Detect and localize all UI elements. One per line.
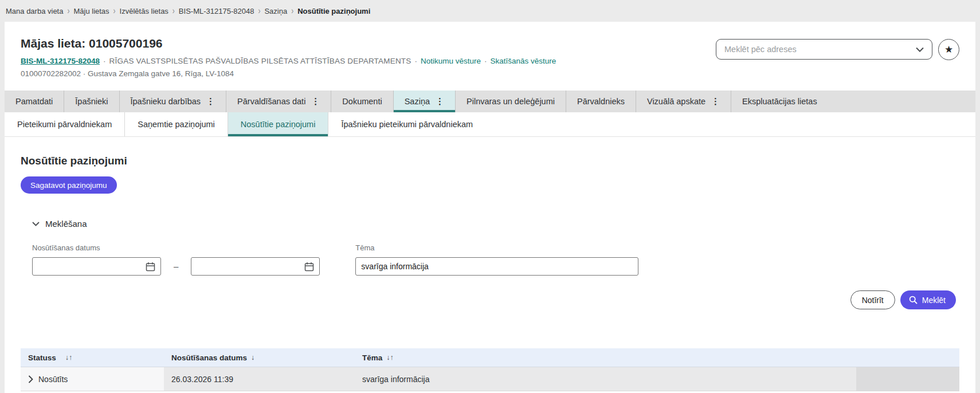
theme-field[interactable] <box>355 257 638 276</box>
date-range-group: Nosūtīšanas datums – <box>32 243 320 276</box>
theme-cell: svarīga informācija <box>355 367 856 391</box>
column-header[interactable]: Statuss↓↑ <box>21 353 164 362</box>
main-tab-bar: PamatdatiĪpašniekiĪpašnieku darbības⋮Pār… <box>5 91 975 112</box>
tab-label: Saziņa <box>405 97 430 106</box>
search-actions: Notīrīt Meklēt <box>21 290 959 309</box>
breadcrumb-item[interactable]: Izvēlētās lietas <box>120 7 168 15</box>
date-to-input[interactable] <box>197 262 294 271</box>
date-to-field[interactable] <box>191 257 320 276</box>
cadastre-address-line: 01000702282002 · Gustava Zemgala gatve 1… <box>21 69 556 78</box>
tab-label: Īpašnieki <box>75 97 108 106</box>
tab--pa-nieki[interactable]: Īpašnieki <box>64 91 119 112</box>
subtab-sa-emtie-pazi-ojumi[interactable]: Saņemtie paziņojumi <box>124 112 228 136</box>
search-button-label: Meklēt <box>922 296 946 305</box>
tab-label: Pārvaldīšanas dati <box>237 97 305 106</box>
meta-separator: · <box>484 57 487 65</box>
header-left: Mājas lieta: 01005700196 BIS-ML-312175-8… <box>21 37 556 78</box>
kebab-menu-icon[interactable]: ⋮ <box>711 96 720 107</box>
page-header: Mājas lieta: 01005700196 BIS-ML-312175-8… <box>5 22 975 78</box>
subtab--pa-nieku-pieteikumi-p-rvaldniekam[interactable]: Īpašnieku pieteikumi pārvaldniekam <box>328 112 485 136</box>
department-name: RĪGAS VALSTSPILSĒTAS PAŠVALDĪBAS PILSĒTA… <box>109 57 411 65</box>
kebab-menu-icon[interactable]: ⋮ <box>311 96 320 107</box>
theme-input[interactable] <box>361 262 633 271</box>
page-title: Mājas lieta: 01005700196 <box>21 37 556 50</box>
tab-label: Dokumenti <box>342 97 382 106</box>
clear-button[interactable]: Notīrīt <box>850 290 895 309</box>
column-label: Tēma <box>362 353 382 362</box>
main-card: Mājas lieta: 01005700196 BIS-ML-312175-8… <box>5 22 975 393</box>
breadcrumb-current: Nosūtītie paziņojumi <box>297 7 370 15</box>
date-from-input[interactable] <box>38 262 135 271</box>
header-right: Meklēt pēc adreses ★ <box>716 37 959 78</box>
subtab-pieteikumi-p-rvaldniekam[interactable]: Pieteikumi pārvaldniekam <box>5 112 124 136</box>
address-search-select[interactable]: Meklēt pēc adreses <box>716 39 932 60</box>
theme-group: Tēma <box>355 243 638 276</box>
tab-pamatdati[interactable]: Pamatdati <box>5 91 64 112</box>
tab-vizu-l-apskate[interactable]: Vizuālā apskate⋮ <box>636 91 731 112</box>
column-header[interactable]: Nosūtīšanas datums↓ <box>164 353 355 362</box>
date-cell: 26.03.2026 11:39 <box>164 367 355 391</box>
breadcrumb-item[interactable]: Saziņa <box>264 7 287 15</box>
kebab-menu-icon[interactable]: ⋮ <box>436 96 444 107</box>
tab-label: Pārvaldnieks <box>577 97 625 106</box>
search-section-toggle[interactable]: Meklēšana <box>32 219 87 229</box>
search-section-title: Meklēšana <box>45 219 87 229</box>
breadcrumb-item[interactable]: BIS-ML-312175-82048 <box>179 7 254 15</box>
event-history-link[interactable]: Notikumu vēsture <box>421 57 481 65</box>
notifications-table: Statuss↓↑Nosūtīšanas datums↓Tēma↓↑Nosūtī… <box>21 348 959 391</box>
column-label: Nosūtīšanas datums <box>171 353 247 362</box>
tab-label: Ekspluatācijas lietas <box>742 97 817 106</box>
sort-arrows-icon[interactable]: ↓↑ <box>65 353 73 361</box>
star-icon: ★ <box>944 44 953 56</box>
subtab-nos-t-tie-pazi-ojumi[interactable]: Nosūtītie paziņojumi <box>228 112 328 136</box>
tab-label: Pilnvaras un deleģējumi <box>467 97 555 106</box>
sort-arrows-icon[interactable]: ↓↑ <box>386 353 394 361</box>
search-button[interactable]: Meklēt <box>900 290 956 309</box>
view-history-link[interactable]: Skatīšanās vēsture <box>491 57 556 65</box>
tab-content: Nosūtītie paziņojumi Sagatavot paziņojum… <box>5 155 975 391</box>
tab-label: Īpašnieku darbības <box>131 97 201 106</box>
search-fields: Nosūtīšanas datums – <box>32 243 959 276</box>
breadcrumb-separator-icon: › <box>173 6 175 17</box>
tab-label: Vizuālā apskate <box>647 97 705 106</box>
column-header[interactable]: Tēma↓↑ <box>355 353 856 362</box>
date-range-separator: – <box>174 261 178 271</box>
tab-p-rvald-anas-dati[interactable]: Pārvaldīšanas dati⋮ <box>226 91 331 112</box>
calendar-icon[interactable] <box>304 262 314 272</box>
tab-sazi-a[interactable]: Saziņa⋮ <box>393 91 455 112</box>
row-tail-cell <box>856 367 959 391</box>
meta-separator: · <box>414 57 417 65</box>
breadcrumb-separator-icon: › <box>258 6 260 17</box>
column-label: Statuss <box>28 353 56 362</box>
date-from-field[interactable] <box>32 257 161 276</box>
tab--pa-nieku-darb-bas[interactable]: Īpašnieku darbības⋮ <box>119 91 226 112</box>
table-header-row: Statuss↓↑Nosūtīšanas datums↓Tēma↓↑ <box>21 348 959 367</box>
tab-p-rvaldnieks[interactable]: Pārvaldnieks <box>566 91 636 112</box>
search-icon <box>909 296 918 304</box>
table-row[interactable]: Nosūtīts26.03.2026 11:39svarīga informāc… <box>21 367 959 391</box>
tab-label: Pamatdati <box>15 97 53 106</box>
tab-pilnvaras-un-dele-jumi[interactable]: Pilnvaras un deleģējumi <box>455 91 566 112</box>
prepare-notification-button[interactable]: Sagatavot paziņojumu <box>21 176 117 194</box>
section-title: Nosūtītie paziņojumi <box>21 155 959 167</box>
tab-dokumenti[interactable]: Dokumenti <box>331 91 393 112</box>
chevron-down-icon <box>916 47 924 52</box>
kebab-menu-icon[interactable]: ⋮ <box>206 96 215 107</box>
breadcrumb-item[interactable]: Mana darba vieta <box>6 7 63 15</box>
date-field-label: Nosūtīšanas datums <box>32 243 320 252</box>
expand-chevron-icon[interactable] <box>28 375 33 383</box>
breadcrumb-separator-icon: › <box>113 6 116 17</box>
case-number-link[interactable]: BIS-ML-312175-82048 <box>21 57 100 65</box>
calendar-icon[interactable] <box>146 262 155 272</box>
tab-ekspluat-cijas-lietas[interactable]: Ekspluatācijas lietas <box>731 91 828 112</box>
sub-tab-bar: Pieteikumi pārvaldniekamSaņemtie paziņoj… <box>5 112 975 137</box>
status-cell[interactable]: Nosūtīts <box>21 367 164 391</box>
breadcrumb-separator-icon: › <box>67 6 69 17</box>
meta-separator: · <box>103 57 106 65</box>
favorite-star-button[interactable]: ★ <box>938 39 959 60</box>
breadcrumb-item[interactable]: Māju lietas <box>73 7 109 15</box>
address-search-placeholder: Meklēt pēc adreses <box>724 45 797 54</box>
sort-arrows-icon[interactable]: ↓ <box>251 353 254 361</box>
case-meta-line: BIS-ML-312175-82048 · RĪGAS VALSTSPILSĒT… <box>21 57 556 65</box>
chevron-down-icon <box>32 222 40 226</box>
